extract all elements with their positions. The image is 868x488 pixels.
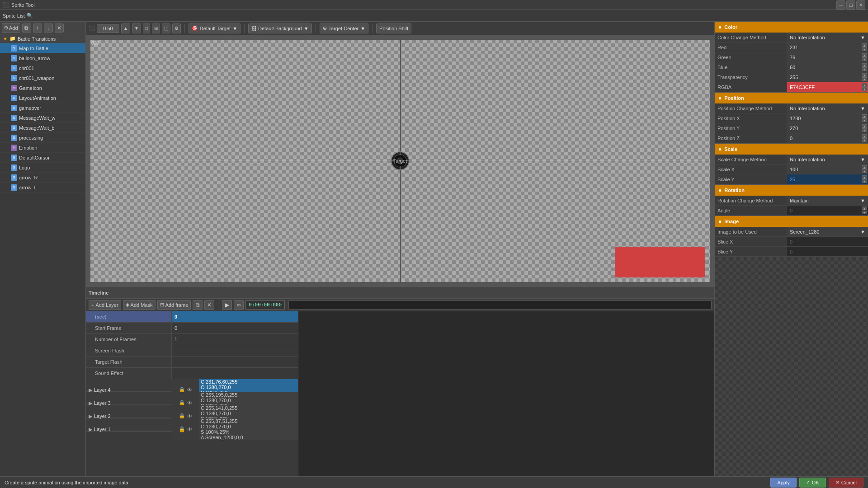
rgba-value-cell[interactable]: E74C3CFF ▲▼ bbox=[787, 82, 868, 92]
spin-down[interactable]: ▼ bbox=[862, 118, 867, 122]
spin-down[interactable]: ▼ bbox=[862, 211, 867, 214]
cancel-button[interactable]: ✕ Cancel bbox=[829, 478, 863, 488]
spin-up[interactable]: ▲ bbox=[862, 83, 867, 87]
position-method-dropdown[interactable]: No Interpolation ▼ bbox=[790, 106, 865, 111]
rgba-spinner[interactable]: ▲▼ bbox=[862, 83, 867, 91]
delete-frame-button[interactable]: ✕ bbox=[204, 300, 214, 310]
spin-down[interactable]: ▼ bbox=[862, 77, 867, 81]
checkmark-icon: ✓ bbox=[806, 479, 810, 485]
status-text: Create a sprite animation using the impo… bbox=[5, 480, 130, 485]
tree-item-gameicon[interactable]: M GameIcon bbox=[0, 83, 85, 93]
color-method-dropdown[interactable]: No Interpolation ▼ bbox=[790, 35, 865, 40]
spin-down[interactable]: ▼ bbox=[862, 47, 867, 51]
tree-item-map-to-battle[interactable]: S Map to Battle bbox=[0, 43, 85, 53]
layer-1-data[interactable]: C 255,87,51,255 O 1280,270,0 S 100%,25% … bbox=[199, 418, 298, 440]
target-dropdown[interactable]: 🎯 Default Target ▼ bbox=[189, 23, 241, 33]
spin-down[interactable]: ▼ bbox=[862, 87, 867, 91]
spin-up[interactable]: ▲ bbox=[862, 175, 867, 179]
copy-frame-button[interactable]: ⧉ bbox=[193, 300, 203, 310]
tree-item-processing[interactable]: S processing bbox=[0, 133, 85, 143]
spin-down[interactable]: ▼ bbox=[862, 128, 867, 132]
group-label: Battle Transitions bbox=[18, 36, 56, 42]
image-dropdown[interactable]: Screen_1280 ▼ bbox=[790, 229, 865, 235]
spin-down[interactable]: ▼ bbox=[862, 138, 867, 142]
rotation-section-header[interactable]: ● Rotation bbox=[715, 185, 868, 196]
add-layer-button[interactable]: + Add Layer bbox=[89, 300, 121, 310]
target-center-dropdown[interactable]: ⊕ Target Center ▼ bbox=[320, 23, 369, 33]
add-frame-button[interactable]: ⊞ Add frame bbox=[157, 300, 191, 310]
move-down-button[interactable]: ↓ bbox=[44, 23, 53, 33]
tree-item-arrow-l[interactable]: S arrow_L bbox=[0, 183, 85, 192]
scale-y-spinner[interactable]: ▲▼ bbox=[862, 175, 867, 183]
tree-item-defaultcursor[interactable]: S DefaultCursor bbox=[0, 153, 85, 163]
tree-item-chr001[interactable]: S chr001 bbox=[0, 63, 85, 73]
spin-down[interactable]: ▼ bbox=[862, 169, 867, 173]
ok-button[interactable]: ✓ OK bbox=[799, 478, 826, 488]
blue-spinner[interactable]: ▲▼ bbox=[862, 63, 867, 71]
tree-item-arrow-r[interactable]: S arrow_R bbox=[0, 173, 85, 183]
tree-item-logo[interactable]: S Logo bbox=[0, 163, 85, 173]
spin-up[interactable]: ▲ bbox=[862, 134, 867, 138]
image-section-header[interactable]: ● Image bbox=[715, 216, 868, 227]
visibility-icon[interactable]: 👁 bbox=[187, 427, 192, 432]
grid-button[interactable]: ⊞ bbox=[152, 23, 160, 33]
maximize-button[interactable]: □ bbox=[846, 0, 855, 9]
snap-button[interactable]: ◫ bbox=[162, 23, 170, 33]
position-x-spinner[interactable]: ▲▼ bbox=[862, 114, 867, 122]
tree-item-messagewait-w[interactable]: S MessageWait_w bbox=[0, 113, 85, 123]
spin-down[interactable]: ▼ bbox=[862, 57, 867, 61]
scale-section-header[interactable]: ● Scale bbox=[715, 144, 868, 155]
background-dropdown[interactable]: 🖼 Default Background ▼ bbox=[248, 23, 312, 33]
tree-item-balloon-arrow[interactable]: S balloon_arrow bbox=[0, 53, 85, 63]
delete-button[interactable]: ✕ bbox=[55, 23, 64, 33]
apply-button[interactable]: Apply bbox=[770, 478, 797, 488]
close-button[interactable]: × bbox=[856, 0, 865, 9]
spin-up[interactable]: ▲ bbox=[862, 43, 867, 47]
transparency-spinner[interactable]: ▲▼ bbox=[862, 73, 867, 81]
add-button[interactable]: ⊕ Add bbox=[2, 23, 20, 33]
scale-method-dropdown[interactable]: No Interpolation ▼ bbox=[790, 157, 865, 162]
tree-item-chr001-weapon[interactable]: S chr001_weapon bbox=[0, 73, 85, 83]
play-button[interactable]: ▶ bbox=[222, 300, 232, 310]
green-spinner[interactable]: ▲▼ bbox=[862, 53, 867, 61]
spin-up[interactable]: ▲ bbox=[862, 114, 867, 118]
spin-up[interactable]: ▲ bbox=[862, 206, 867, 210]
position-y-spinner[interactable]: ▲▼ bbox=[862, 124, 867, 132]
tree-item-label: GameIcon bbox=[19, 85, 42, 91]
tree-item-gameover[interactable]: S gameover bbox=[0, 103, 85, 113]
spin-up[interactable]: ▲ bbox=[862, 63, 867, 67]
move-up-button[interactable]: ↑ bbox=[33, 23, 42, 33]
layer-1-name[interactable]: ▶ Layer 1 bbox=[86, 418, 172, 440]
scale-x-spinner[interactable]: ▲▼ bbox=[862, 165, 867, 173]
settings-button[interactable]: ⚙ bbox=[172, 23, 181, 33]
canvas-target[interactable]: Target bbox=[390, 151, 410, 171]
spin-down[interactable]: ▼ bbox=[862, 67, 867, 71]
rotation-method-dropdown[interactable]: Maintain ▼ bbox=[790, 198, 865, 203]
tree-item-messagewait-b[interactable]: S MessageWait_b bbox=[0, 123, 85, 133]
timeline-scrubber[interactable] bbox=[288, 300, 712, 310]
copy-button[interactable]: ⧉ bbox=[22, 23, 31, 33]
position-section-header[interactable]: ● Position bbox=[715, 93, 868, 103]
minimize-button[interactable]: ─ bbox=[836, 0, 845, 9]
spin-up[interactable]: ▲ bbox=[862, 73, 867, 77]
spin-up[interactable]: ▲ bbox=[862, 124, 867, 128]
tree-item-emotion[interactable]: M Emotion bbox=[0, 143, 85, 153]
zoom-input[interactable]: 0.50 bbox=[97, 24, 119, 33]
fit-button[interactable]: □ bbox=[143, 23, 150, 33]
tree-group-battle-transitions[interactable]: ▼ 📁 Battle Transitions bbox=[0, 34, 85, 43]
angle-spinner[interactable]: ▲▼ bbox=[862, 206, 867, 214]
zoom-down-button[interactable]: ▼ bbox=[132, 23, 141, 33]
position-z-spinner[interactable]: ▲▼ bbox=[862, 134, 867, 142]
tree-item-layoutanimation[interactable]: S LayoutAnimation bbox=[0, 93, 85, 103]
add-mask-button[interactable]: ◈ Add Mask bbox=[123, 300, 156, 310]
spin-up[interactable]: ▲ bbox=[862, 165, 867, 169]
spin-up[interactable]: ▲ bbox=[862, 53, 867, 57]
spin-down[interactable]: ▼ bbox=[862, 179, 867, 183]
color-section-header[interactable]: ● Color bbox=[715, 22, 868, 33]
lock-icon[interactable]: 🔒 bbox=[179, 426, 185, 432]
timeline-row-target-flash: Target Flash bbox=[86, 357, 298, 368]
zoom-up-button[interactable]: ▲ bbox=[121, 23, 130, 33]
position-shift-dropdown[interactable]: Position Shift bbox=[376, 23, 411, 33]
loop-button[interactable]: ∞ bbox=[234, 300, 244, 310]
red-spinner[interactable]: ▲▼ bbox=[862, 43, 867, 51]
